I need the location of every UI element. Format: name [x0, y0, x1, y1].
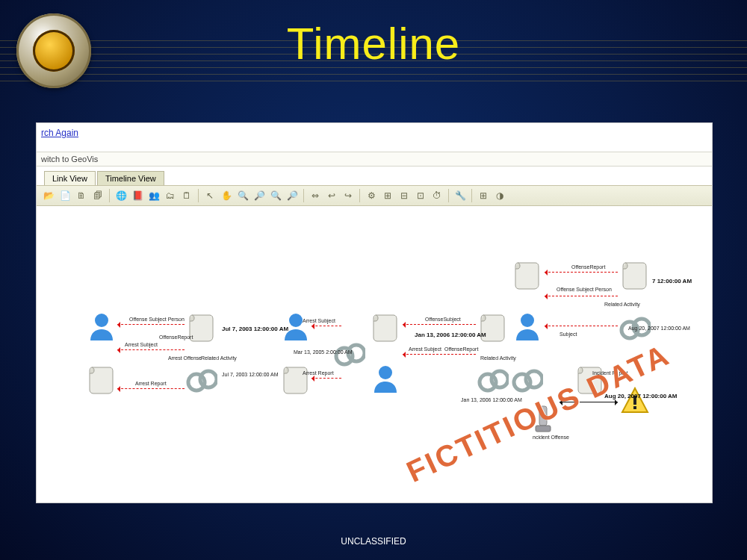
tool-link-icon[interactable]: ⇔ — [308, 188, 323, 203]
person-icon[interactable] — [280, 311, 311, 342]
edge — [311, 378, 341, 379]
scroll-icon[interactable] — [370, 311, 401, 342]
edge — [117, 324, 185, 325]
scroll-icon[interactable] — [512, 258, 543, 290]
tool-globe-icon[interactable]: 🌐 — [114, 188, 128, 203]
gavel-icon[interactable] — [527, 403, 558, 435]
edge-label: Related Activity — [201, 355, 237, 361]
edge-label: OffenseReport — [571, 264, 605, 270]
tool-zoom-in-icon[interactable]: 🔍 — [235, 188, 250, 203]
edge — [560, 402, 618, 402]
tool-folder-icon[interactable]: 🗂 — [163, 188, 178, 203]
warning-icon[interactable] — [619, 385, 651, 417]
edge-label: Arrest Report — [303, 370, 334, 376]
tool-doc-icon[interactable]: 📄 — [58, 188, 72, 203]
person-icon[interactable] — [86, 311, 117, 342]
tool-page-icon[interactable]: 🗎 — [74, 188, 89, 203]
search-again-link[interactable]: rch Again — [37, 123, 712, 141]
tool-config-icon[interactable]: ⚙ — [364, 188, 379, 203]
tool-layout3-icon[interactable]: ⊡ — [413, 188, 428, 203]
timestamp: Jan 13, 2006 12:00:00 AM — [461, 397, 522, 402]
tool-clock-icon[interactable]: ⏱ — [430, 188, 444, 203]
switch-to-geovis[interactable]: witch to GeoVis — [37, 152, 712, 167]
scroll-icon[interactable] — [280, 363, 311, 394]
tool-wrench-icon[interactable]: 🔧 — [453, 188, 468, 203]
edge — [117, 388, 185, 389]
timestamp: Jan 13, 2006 12:00:00 AM — [415, 332, 486, 338]
edge — [403, 324, 476, 325]
tool-zoom-out-icon[interactable]: 🔎 — [252, 188, 267, 203]
tool-undo-icon[interactable]: ↩ — [324, 188, 339, 203]
toolbar: 📂 📄 🗎 🗐 🌐 📕 👥 🗂 🗒 ↖ ✋ 🔍 🔎 🔍 🔎 ⇔ ↩ ↪ ⚙ ⊞ … — [37, 185, 712, 206]
edge-label: Arrest Report — [135, 381, 167, 386]
timestamp: Jul 7, 2003 12:00:00 AM — [222, 372, 279, 377]
edge — [311, 326, 341, 326]
tool-zoom-fit-icon[interactable]: 🔎 — [285, 188, 300, 203]
edge-label: OffenseReport — [159, 335, 193, 340]
timestamp: Mar 13, 2005 2:00:00 AM — [294, 349, 353, 355]
edge — [117, 349, 185, 350]
handcuffs-icon[interactable] — [512, 363, 543, 394]
tool-grid-icon[interactable]: ⊞ — [476, 188, 491, 203]
person-icon[interactable] — [370, 363, 401, 394]
tab-timeline-view[interactable]: Timeline View — [97, 171, 164, 185]
tool-note-icon[interactable]: 🗒 — [179, 188, 194, 203]
scroll-icon[interactable] — [619, 258, 651, 290]
timestamp: Aug 20, 2007 12:00:00 AM — [628, 326, 690, 331]
edge-label: Arrest Subject — [125, 342, 158, 347]
tool-users-icon[interactable]: 👥 — [146, 188, 161, 203]
classification-footer: UNCLASSIFIED — [0, 536, 747, 547]
tool-layout2-icon[interactable]: ⊟ — [397, 188, 412, 203]
slide-title: Timeline — [0, 18, 747, 69]
tool-pdf-icon[interactable]: 📕 — [130, 188, 145, 203]
timestamp: 7 12:00:00 AM — [652, 278, 692, 284]
timeline-app-panel: rch Again witch to GeoVis Link View Time… — [36, 122, 713, 503]
edge — [545, 326, 618, 326]
tool-pointer-icon[interactable]: ↖ — [202, 188, 217, 203]
tool-layout1-icon[interactable]: ⊞ — [380, 188, 395, 203]
edge-label: Related Activity — [480, 355, 516, 361]
handcuffs-icon[interactable] — [186, 363, 217, 394]
handcuffs-icon[interactable] — [477, 363, 509, 394]
edge-label: Offense Subject Person — [129, 317, 185, 322]
tool-circle-icon[interactable]: ◑ — [492, 188, 507, 203]
edge-label: Arrest Offense — [168, 355, 202, 361]
edge — [545, 296, 618, 296]
view-tabs: Link View Timeline View — [37, 167, 712, 185]
timestamp: Jul 7, 2003 12:00:00 AM — [222, 326, 288, 332]
edge-label: Related Activity — [604, 302, 640, 307]
edge — [403, 354, 476, 355]
edge-label: OffenseReport — [444, 346, 478, 352]
edge-label: Subject — [560, 332, 577, 337]
edge — [545, 272, 618, 273]
edge-label: Arrest Subject — [409, 346, 441, 352]
tool-pan-icon[interactable]: ✋ — [219, 188, 234, 203]
edge-label: ncident Offense — [533, 435, 569, 440]
scroll-icon[interactable] — [86, 363, 117, 394]
scroll-icon[interactable] — [574, 363, 606, 394]
tab-link-view[interactable]: Link View — [44, 171, 96, 185]
tool-redo-icon[interactable]: ↪ — [341, 188, 356, 203]
edge-label: Incident Report — [592, 370, 627, 376]
edge-label: OffenseSubject — [425, 317, 461, 322]
tool-zoom-sel-icon[interactable]: 🔍 — [268, 188, 283, 203]
edge-label: Offense Subject Person — [557, 287, 612, 292]
timeline-canvas[interactable]: Offense Subject Person Arrest Subject Of… — [37, 206, 712, 502]
tool-open-icon[interactable]: 📂 — [41, 188, 56, 203]
edge-label: Arrest Subject — [303, 318, 335, 323]
tool-pages-icon[interactable]: 🗐 — [90, 188, 105, 203]
person-icon[interactable] — [512, 311, 543, 342]
timestamp: Aug 20, 2007 12:00:00 AM — [604, 393, 678, 399]
